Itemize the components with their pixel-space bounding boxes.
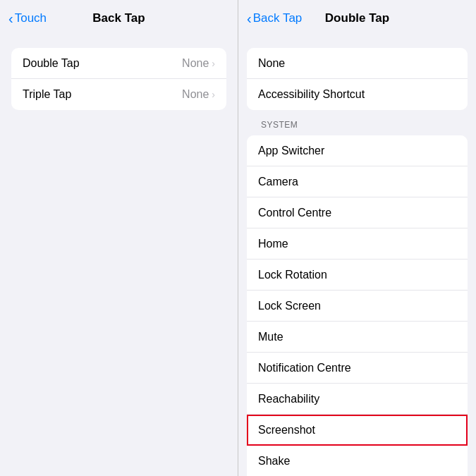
right-header: ‹ Back Tap Double Tap bbox=[238, 0, 476, 37]
reachability-label: Reachability bbox=[258, 393, 319, 405]
right-title: Double Tap bbox=[325, 11, 389, 25]
left-header: ‹ Touch Back Tap bbox=[0, 0, 238, 37]
triple-tap-item[interactable]: Triple Tap None › bbox=[11, 79, 226, 110]
notification-centre-label: Notification Centre bbox=[258, 362, 351, 374]
chevron-left-icon: ‹ bbox=[8, 11, 13, 25]
triple-tap-label: Triple Tap bbox=[23, 88, 71, 101]
lock-screen-item[interactable]: Lock Screen bbox=[247, 291, 468, 322]
app-switcher-label: App Switcher bbox=[258, 145, 324, 157]
back-label[interactable]: Back Tap bbox=[253, 11, 303, 25]
control-centre-item[interactable]: Control Centre bbox=[247, 197, 468, 228]
mute-label: Mute bbox=[258, 331, 283, 343]
shake-label: Shake bbox=[258, 455, 290, 468]
control-centre-label: Control Centre bbox=[258, 207, 331, 219]
screenshot-label: Screenshot bbox=[258, 424, 315, 437]
mute-item[interactable]: Mute bbox=[247, 322, 468, 353]
triple-tap-value: None › bbox=[182, 88, 215, 101]
accessibility-shortcut-label: Accessibility Shortcut bbox=[258, 88, 365, 101]
tap-options-card: Double Tap None › Triple Tap None › bbox=[11, 48, 226, 110]
home-item[interactable]: Home bbox=[247, 228, 468, 260]
camera-label: Camera bbox=[258, 176, 298, 188]
home-label: Home bbox=[258, 238, 288, 250]
none-label: None bbox=[258, 57, 285, 70]
system-section-header: SYSTEM bbox=[238, 116, 476, 133]
lock-rotation-item[interactable]: Lock Rotation bbox=[247, 260, 468, 291]
right-panel: ‹ Back Tap Double Tap None Accessibility… bbox=[238, 0, 476, 476]
notification-centre-item[interactable]: Notification Centre bbox=[247, 353, 468, 384]
camera-item[interactable]: Camera bbox=[247, 166, 468, 197]
shake-item[interactable]: Shake bbox=[247, 446, 468, 476]
top-options-card: None Accessibility Shortcut bbox=[247, 48, 468, 110]
double-tap-value: None › bbox=[182, 57, 215, 70]
chevron-right-icon: › bbox=[212, 89, 215, 100]
left-content: Double Tap None › Triple Tap None › bbox=[0, 37, 238, 476]
right-content: None Accessibility Shortcut SYSTEM App S… bbox=[238, 37, 476, 476]
double-tap-label: Double Tap bbox=[23, 57, 80, 70]
lock-rotation-label: Lock Rotation bbox=[258, 269, 327, 281]
left-panel: ‹ Touch Back Tap Double Tap None › Tripl… bbox=[0, 0, 238, 476]
accessibility-shortcut-item[interactable]: Accessibility Shortcut bbox=[247, 79, 468, 110]
reachability-item[interactable]: Reachability bbox=[247, 384, 468, 415]
back-to-backtap[interactable]: ‹ Back Tap bbox=[247, 11, 302, 25]
app-switcher-item[interactable]: App Switcher bbox=[247, 135, 468, 166]
lock-screen-label: Lock Screen bbox=[258, 300, 321, 312]
screenshot-item[interactable]: Screenshot bbox=[247, 415, 468, 446]
back-to-touch[interactable]: ‹ Touch bbox=[8, 11, 47, 25]
chevron-left-icon: ‹ bbox=[247, 11, 252, 25]
chevron-right-icon: › bbox=[212, 58, 215, 69]
left-title: Back Tap bbox=[92, 11, 145, 25]
none-item[interactable]: None bbox=[247, 48, 468, 79]
back-label[interactable]: Touch bbox=[15, 11, 47, 25]
double-tap-item[interactable]: Double Tap None › bbox=[11, 48, 226, 79]
system-options-card: App Switcher Camera Control Centre Home … bbox=[247, 135, 468, 476]
